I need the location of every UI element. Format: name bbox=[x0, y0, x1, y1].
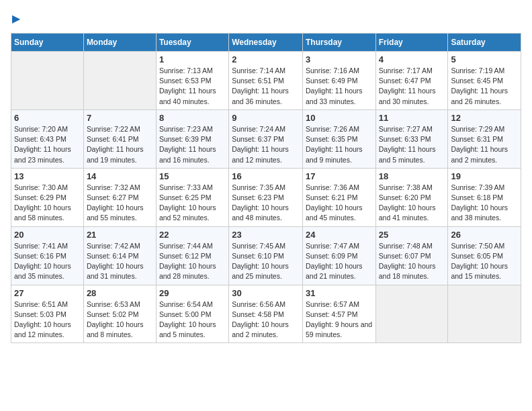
day-info: Sunrise: 7:29 AM Sunset: 6:31 PM Dayligh… bbox=[451, 124, 518, 165]
calendar-cell: 16Sunrise: 7:35 AM Sunset: 6:23 PM Dayli… bbox=[229, 168, 303, 226]
calendar-cell bbox=[375, 285, 448, 343]
calendar-cell: 15Sunrise: 7:33 AM Sunset: 6:25 PM Dayli… bbox=[156, 168, 228, 226]
day-number: 7 bbox=[87, 113, 153, 123]
day-number: 19 bbox=[451, 171, 518, 181]
day-number: 27 bbox=[14, 288, 81, 298]
day-info: Sunrise: 7:39 AM Sunset: 6:18 PM Dayligh… bbox=[451, 183, 518, 224]
day-number: 6 bbox=[14, 113, 81, 123]
day-number: 31 bbox=[306, 288, 373, 298]
day-number: 23 bbox=[232, 230, 300, 240]
col-header-wednesday: Wednesday bbox=[229, 34, 303, 52]
day-info: Sunrise: 6:57 AM Sunset: 4:57 PM Dayligh… bbox=[306, 300, 373, 340]
calendar-cell: 8Sunrise: 7:23 AM Sunset: 6:39 PM Daylig… bbox=[156, 109, 228, 168]
calendar-cell bbox=[448, 285, 521, 343]
day-info: Sunrise: 7:20 AM Sunset: 6:43 PM Dayligh… bbox=[14, 124, 81, 165]
calendar-cell: 3Sunrise: 7:16 AM Sunset: 6:49 PM Daylig… bbox=[302, 52, 375, 110]
day-info: Sunrise: 7:32 AM Sunset: 6:27 PM Dayligh… bbox=[87, 183, 153, 224]
day-number: 29 bbox=[159, 288, 226, 298]
calendar-cell: 5Sunrise: 7:19 AM Sunset: 6:45 PM Daylig… bbox=[448, 52, 521, 110]
day-number: 8 bbox=[159, 113, 226, 123]
day-number: 16 bbox=[232, 171, 300, 181]
day-number: 4 bbox=[379, 54, 445, 64]
calendar-cell: 11Sunrise: 7:27 AM Sunset: 6:33 PM Dayli… bbox=[375, 109, 448, 168]
day-number: 10 bbox=[306, 113, 373, 123]
day-number: 17 bbox=[306, 171, 373, 181]
calendar-cell: 29Sunrise: 6:54 AM Sunset: 5:00 PM Dayli… bbox=[156, 285, 228, 343]
calendar-cell: 28Sunrise: 6:53 AM Sunset: 5:02 PM Dayli… bbox=[83, 285, 156, 343]
day-info: Sunrise: 6:51 AM Sunset: 5:03 PM Dayligh… bbox=[14, 300, 81, 340]
calendar-cell: 25Sunrise: 7:48 AM Sunset: 6:07 PM Dayli… bbox=[375, 226, 448, 285]
header: ▶ bbox=[11, 11, 521, 25]
week-row-3: 13Sunrise: 7:30 AM Sunset: 6:29 PM Dayli… bbox=[11, 168, 521, 226]
calendar-cell: 2Sunrise: 7:14 AM Sunset: 6:51 PM Daylig… bbox=[229, 52, 303, 110]
day-number: 12 bbox=[451, 113, 518, 123]
day-number: 2 bbox=[232, 54, 300, 64]
day-info: Sunrise: 7:26 AM Sunset: 6:35 PM Dayligh… bbox=[306, 124, 373, 165]
day-number: 11 bbox=[379, 113, 445, 123]
calendar-cell: 1Sunrise: 7:13 AM Sunset: 6:53 PM Daylig… bbox=[156, 52, 228, 110]
day-number: 9 bbox=[232, 113, 300, 123]
logo-bird-icon: ▶ bbox=[12, 12, 20, 25]
calendar-cell: 27Sunrise: 6:51 AM Sunset: 5:03 PM Dayli… bbox=[11, 285, 84, 343]
calendar-table: SundayMondayTuesdayWednesdayThursdayFrid… bbox=[11, 33, 521, 343]
day-info: Sunrise: 7:33 AM Sunset: 6:25 PM Dayligh… bbox=[159, 183, 226, 224]
day-number: 20 bbox=[14, 230, 81, 240]
day-info: Sunrise: 7:30 AM Sunset: 6:29 PM Dayligh… bbox=[14, 183, 81, 224]
day-info: Sunrise: 7:35 AM Sunset: 6:23 PM Dayligh… bbox=[232, 183, 300, 224]
day-info: Sunrise: 7:13 AM Sunset: 6:53 PM Dayligh… bbox=[159, 66, 226, 107]
day-info: Sunrise: 7:36 AM Sunset: 6:21 PM Dayligh… bbox=[306, 183, 373, 224]
day-number: 5 bbox=[451, 54, 518, 64]
day-info: Sunrise: 7:45 AM Sunset: 6:10 PM Dayligh… bbox=[232, 241, 300, 282]
day-info: Sunrise: 6:56 AM Sunset: 4:58 PM Dayligh… bbox=[232, 300, 300, 340]
calendar-cell: 4Sunrise: 7:17 AM Sunset: 6:47 PM Daylig… bbox=[375, 52, 448, 110]
calendar-cell bbox=[83, 52, 156, 110]
calendar-cell: 6Sunrise: 7:20 AM Sunset: 6:43 PM Daylig… bbox=[11, 109, 84, 168]
day-info: Sunrise: 7:16 AM Sunset: 6:49 PM Dayligh… bbox=[306, 66, 373, 107]
col-header-monday: Monday bbox=[83, 34, 156, 52]
calendar-cell: 20Sunrise: 7:41 AM Sunset: 6:16 PM Dayli… bbox=[11, 226, 84, 285]
day-info: Sunrise: 7:48 AM Sunset: 6:07 PM Dayligh… bbox=[379, 241, 445, 282]
col-header-thursday: Thursday bbox=[302, 34, 375, 52]
day-info: Sunrise: 7:44 AM Sunset: 6:12 PM Dayligh… bbox=[159, 241, 226, 282]
day-info: Sunrise: 7:19 AM Sunset: 6:45 PM Dayligh… bbox=[451, 66, 518, 107]
calendar-cell: 24Sunrise: 7:47 AM Sunset: 6:09 PM Dayli… bbox=[302, 226, 375, 285]
day-info: Sunrise: 7:23 AM Sunset: 6:39 PM Dayligh… bbox=[159, 124, 226, 165]
logo-top: ▶ bbox=[11, 11, 20, 25]
logo: ▶ bbox=[11, 11, 20, 25]
day-info: Sunrise: 7:42 AM Sunset: 6:14 PM Dayligh… bbox=[87, 241, 153, 282]
day-info: Sunrise: 7:17 AM Sunset: 6:47 PM Dayligh… bbox=[379, 66, 445, 107]
calendar-header-row: SundayMondayTuesdayWednesdayThursdayFrid… bbox=[11, 34, 521, 52]
col-header-tuesday: Tuesday bbox=[156, 34, 228, 52]
calendar-cell: 19Sunrise: 7:39 AM Sunset: 6:18 PM Dayli… bbox=[448, 168, 521, 226]
day-info: Sunrise: 7:47 AM Sunset: 6:09 PM Dayligh… bbox=[306, 241, 373, 282]
day-number: 15 bbox=[159, 171, 226, 181]
col-header-saturday: Saturday bbox=[448, 34, 521, 52]
calendar-cell: 18Sunrise: 7:38 AM Sunset: 6:20 PM Dayli… bbox=[375, 168, 448, 226]
day-number: 1 bbox=[159, 54, 226, 64]
day-info: Sunrise: 7:14 AM Sunset: 6:51 PM Dayligh… bbox=[232, 66, 300, 107]
col-header-friday: Friday bbox=[375, 34, 448, 52]
day-number: 24 bbox=[306, 230, 373, 240]
day-info: Sunrise: 7:38 AM Sunset: 6:20 PM Dayligh… bbox=[379, 183, 445, 224]
calendar-cell: 26Sunrise: 7:50 AM Sunset: 6:05 PM Dayli… bbox=[448, 226, 521, 285]
day-info: Sunrise: 7:24 AM Sunset: 6:37 PM Dayligh… bbox=[232, 124, 300, 165]
calendar-cell: 7Sunrise: 7:22 AM Sunset: 6:41 PM Daylig… bbox=[83, 109, 156, 168]
day-number: 22 bbox=[159, 230, 226, 240]
day-info: Sunrise: 7:41 AM Sunset: 6:16 PM Dayligh… bbox=[14, 241, 81, 282]
calendar-cell: 13Sunrise: 7:30 AM Sunset: 6:29 PM Dayli… bbox=[11, 168, 84, 226]
calendar-cell: 31Sunrise: 6:57 AM Sunset: 4:57 PM Dayli… bbox=[302, 285, 375, 343]
day-info: Sunrise: 7:50 AM Sunset: 6:05 PM Dayligh… bbox=[451, 241, 518, 282]
day-number: 14 bbox=[87, 171, 153, 181]
calendar-cell: 12Sunrise: 7:29 AM Sunset: 6:31 PM Dayli… bbox=[448, 109, 521, 168]
calendar-cell: 9Sunrise: 7:24 AM Sunset: 6:37 PM Daylig… bbox=[229, 109, 303, 168]
calendar-body: 1Sunrise: 7:13 AM Sunset: 6:53 PM Daylig… bbox=[11, 52, 521, 343]
calendar-cell: 17Sunrise: 7:36 AM Sunset: 6:21 PM Dayli… bbox=[302, 168, 375, 226]
calendar-cell: 23Sunrise: 7:45 AM Sunset: 6:10 PM Dayli… bbox=[229, 226, 303, 285]
day-info: Sunrise: 6:54 AM Sunset: 5:00 PM Dayligh… bbox=[159, 300, 226, 340]
calendar-cell: 10Sunrise: 7:26 AM Sunset: 6:35 PM Dayli… bbox=[302, 109, 375, 168]
week-row-4: 20Sunrise: 7:41 AM Sunset: 6:16 PM Dayli… bbox=[11, 226, 521, 285]
week-row-1: 1Sunrise: 7:13 AM Sunset: 6:53 PM Daylig… bbox=[11, 52, 521, 110]
calendar-cell: 14Sunrise: 7:32 AM Sunset: 6:27 PM Dayli… bbox=[83, 168, 156, 226]
day-number: 21 bbox=[87, 230, 153, 240]
day-number: 25 bbox=[379, 230, 445, 240]
